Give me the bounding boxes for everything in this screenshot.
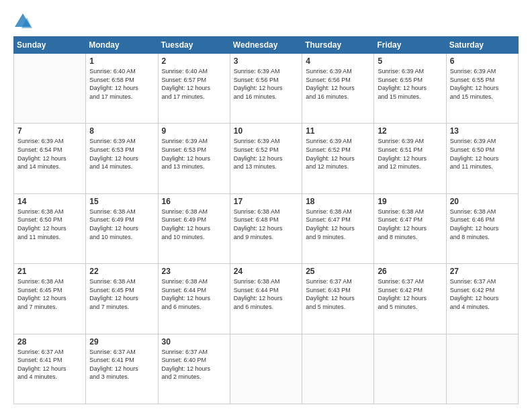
day-info: Sunrise: 6:37 AM Sunset: 6:42 PM Dayligh… bbox=[450, 277, 515, 311]
day-number: 1 bbox=[89, 56, 154, 66]
day-number: 2 bbox=[162, 56, 226, 66]
calendar-cell: 8Sunrise: 6:39 AM Sunset: 6:53 PM Daylig… bbox=[86, 124, 158, 193]
day-info: Sunrise: 6:37 AM Sunset: 6:40 PM Dayligh… bbox=[162, 348, 226, 381]
day-info: Sunrise: 6:40 AM Sunset: 6:58 PM Dayligh… bbox=[89, 67, 154, 101]
header bbox=[13, 12, 519, 31]
calendar-cell: 18Sunrise: 6:38 AM Sunset: 6:47 PM Dayli… bbox=[302, 193, 374, 263]
weekday-thursday: Thursday bbox=[302, 37, 374, 54]
calendar-cell: 6Sunrise: 6:39 AM Sunset: 6:55 PM Daylig… bbox=[446, 54, 518, 124]
day-info: Sunrise: 6:37 AM Sunset: 6:42 PM Dayligh… bbox=[378, 277, 442, 311]
calendar-cell bbox=[14, 54, 86, 124]
calendar-cell: 24Sunrise: 6:38 AM Sunset: 6:44 PM Dayli… bbox=[230, 264, 302, 334]
calendar-cell: 23Sunrise: 6:38 AM Sunset: 6:44 PM Dayli… bbox=[158, 264, 230, 334]
calendar-cell: 2Sunrise: 6:40 AM Sunset: 6:57 PM Daylig… bbox=[158, 54, 230, 124]
day-info: Sunrise: 6:39 AM Sunset: 6:50 PM Dayligh… bbox=[450, 137, 515, 171]
day-number: 12 bbox=[378, 126, 442, 136]
calendar-cell: 12Sunrise: 6:39 AM Sunset: 6:51 PM Dayli… bbox=[374, 124, 446, 193]
calendar-week-row: 7Sunrise: 6:39 AM Sunset: 6:54 PM Daylig… bbox=[14, 124, 519, 193]
day-info: Sunrise: 6:40 AM Sunset: 6:57 PM Dayligh… bbox=[162, 67, 226, 101]
calendar-table: SundayMondayTuesdayWednesdayThursdayFrid… bbox=[13, 36, 519, 404]
day-info: Sunrise: 6:38 AM Sunset: 6:49 PM Dayligh… bbox=[162, 208, 226, 241]
day-number: 18 bbox=[306, 197, 370, 206]
logo-icon bbox=[13, 12, 32, 31]
calendar-cell: 26Sunrise: 6:37 AM Sunset: 6:42 PM Dayli… bbox=[374, 264, 446, 334]
day-info: Sunrise: 6:38 AM Sunset: 6:46 PM Dayligh… bbox=[450, 208, 515, 241]
calendar-cell bbox=[446, 334, 518, 404]
day-info: Sunrise: 6:38 AM Sunset: 6:48 PM Dayligh… bbox=[234, 208, 298, 241]
day-number: 25 bbox=[306, 267, 370, 276]
calendar-cell: 13Sunrise: 6:39 AM Sunset: 6:50 PM Dayli… bbox=[446, 124, 518, 193]
day-info: Sunrise: 6:39 AM Sunset: 6:54 PM Dayligh… bbox=[17, 137, 82, 171]
day-info: Sunrise: 6:38 AM Sunset: 6:50 PM Dayligh… bbox=[17, 208, 82, 241]
day-number: 4 bbox=[306, 56, 370, 66]
day-number: 11 bbox=[306, 126, 370, 136]
day-info: Sunrise: 6:39 AM Sunset: 6:55 PM Dayligh… bbox=[450, 67, 515, 101]
day-info: Sunrise: 6:38 AM Sunset: 6:44 PM Dayligh… bbox=[162, 277, 226, 311]
day-number: 19 bbox=[378, 197, 442, 206]
weekday-saturday: Saturday bbox=[446, 37, 518, 54]
calendar-week-row: 21Sunrise: 6:38 AM Sunset: 6:45 PM Dayli… bbox=[14, 264, 519, 334]
day-number: 22 bbox=[89, 267, 154, 276]
day-number: 14 bbox=[17, 197, 82, 206]
calendar-cell: 27Sunrise: 6:37 AM Sunset: 6:42 PM Dayli… bbox=[446, 264, 518, 334]
day-number: 16 bbox=[162, 197, 226, 206]
page: SundayMondayTuesdayWednesdayThursdayFrid… bbox=[0, 0, 532, 411]
calendar-cell: 9Sunrise: 6:39 AM Sunset: 6:53 PM Daylig… bbox=[158, 124, 230, 193]
day-number: 23 bbox=[162, 267, 226, 276]
day-info: Sunrise: 6:38 AM Sunset: 6:45 PM Dayligh… bbox=[89, 277, 154, 311]
calendar-cell: 7Sunrise: 6:39 AM Sunset: 6:54 PM Daylig… bbox=[14, 124, 86, 193]
calendar-cell: 11Sunrise: 6:39 AM Sunset: 6:52 PM Dayli… bbox=[302, 124, 374, 193]
day-number: 6 bbox=[450, 56, 515, 66]
calendar-cell: 1Sunrise: 6:40 AM Sunset: 6:58 PM Daylig… bbox=[86, 54, 158, 124]
day-number: 28 bbox=[17, 337, 82, 347]
calendar-cell: 29Sunrise: 6:37 AM Sunset: 6:41 PM Dayli… bbox=[86, 334, 158, 404]
day-info: Sunrise: 6:39 AM Sunset: 6:52 PM Dayligh… bbox=[306, 137, 370, 171]
day-info: Sunrise: 6:39 AM Sunset: 6:53 PM Dayligh… bbox=[162, 137, 226, 171]
day-number: 15 bbox=[89, 197, 154, 206]
day-number: 13 bbox=[450, 126, 515, 136]
day-number: 17 bbox=[234, 197, 298, 206]
day-number: 27 bbox=[450, 267, 515, 276]
day-number: 8 bbox=[89, 126, 154, 136]
calendar-cell: 4Sunrise: 6:39 AM Sunset: 6:56 PM Daylig… bbox=[302, 54, 374, 124]
day-number: 20 bbox=[450, 197, 515, 206]
weekday-sunday: Sunday bbox=[14, 37, 86, 54]
day-info: Sunrise: 6:37 AM Sunset: 6:41 PM Dayligh… bbox=[89, 348, 154, 381]
day-number: 3 bbox=[234, 56, 298, 66]
day-info: Sunrise: 6:39 AM Sunset: 6:52 PM Dayligh… bbox=[234, 137, 298, 171]
day-info: Sunrise: 6:38 AM Sunset: 6:47 PM Dayligh… bbox=[378, 208, 442, 241]
day-number: 30 bbox=[162, 337, 226, 347]
day-info: Sunrise: 6:37 AM Sunset: 6:41 PM Dayligh… bbox=[17, 348, 82, 381]
day-number: 24 bbox=[234, 267, 298, 276]
calendar-week-row: 28Sunrise: 6:37 AM Sunset: 6:41 PM Dayli… bbox=[14, 334, 519, 404]
calendar-cell: 14Sunrise: 6:38 AM Sunset: 6:50 PM Dayli… bbox=[14, 193, 86, 263]
day-number: 29 bbox=[89, 337, 154, 347]
calendar-cell: 10Sunrise: 6:39 AM Sunset: 6:52 PM Dayli… bbox=[230, 124, 302, 193]
day-number: 7 bbox=[17, 126, 82, 136]
calendar-cell: 28Sunrise: 6:37 AM Sunset: 6:41 PM Dayli… bbox=[14, 334, 86, 404]
calendar-cell: 30Sunrise: 6:37 AM Sunset: 6:40 PM Dayli… bbox=[158, 334, 230, 404]
calendar-cell: 20Sunrise: 6:38 AM Sunset: 6:46 PM Dayli… bbox=[446, 193, 518, 263]
weekday-wednesday: Wednesday bbox=[230, 37, 302, 54]
weekday-friday: Friday bbox=[374, 37, 446, 54]
day-info: Sunrise: 6:37 AM Sunset: 6:43 PM Dayligh… bbox=[306, 277, 370, 311]
calendar-cell bbox=[374, 334, 446, 404]
logo bbox=[13, 12, 35, 31]
day-info: Sunrise: 6:39 AM Sunset: 6:56 PM Dayligh… bbox=[306, 67, 370, 101]
calendar-week-row: 1Sunrise: 6:40 AM Sunset: 6:58 PM Daylig… bbox=[14, 54, 519, 124]
day-info: Sunrise: 6:38 AM Sunset: 6:44 PM Dayligh… bbox=[234, 277, 298, 311]
day-info: Sunrise: 6:39 AM Sunset: 6:55 PM Dayligh… bbox=[378, 67, 442, 101]
calendar-cell: 3Sunrise: 6:39 AM Sunset: 6:56 PM Daylig… bbox=[230, 54, 302, 124]
day-number: 5 bbox=[378, 56, 442, 66]
day-info: Sunrise: 6:39 AM Sunset: 6:56 PM Dayligh… bbox=[234, 67, 298, 101]
calendar-cell bbox=[302, 334, 374, 404]
day-info: Sunrise: 6:39 AM Sunset: 6:53 PM Dayligh… bbox=[89, 137, 154, 171]
calendar-cell: 22Sunrise: 6:38 AM Sunset: 6:45 PM Dayli… bbox=[86, 264, 158, 334]
day-number: 9 bbox=[162, 126, 226, 136]
day-info: Sunrise: 6:39 AM Sunset: 6:51 PM Dayligh… bbox=[378, 137, 442, 171]
day-number: 21 bbox=[17, 267, 82, 276]
calendar-cell: 5Sunrise: 6:39 AM Sunset: 6:55 PM Daylig… bbox=[374, 54, 446, 124]
day-info: Sunrise: 6:38 AM Sunset: 6:45 PM Dayligh… bbox=[17, 277, 82, 311]
weekday-header-row: SundayMondayTuesdayWednesdayThursdayFrid… bbox=[14, 37, 519, 54]
calendar-cell: 16Sunrise: 6:38 AM Sunset: 6:49 PM Dayli… bbox=[158, 193, 230, 263]
